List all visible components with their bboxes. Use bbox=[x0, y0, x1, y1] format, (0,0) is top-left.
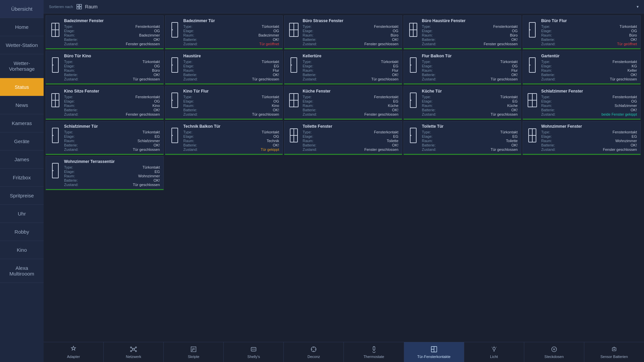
batterie-label: Batterie: bbox=[183, 143, 202, 147]
card-12[interactable]: Küche Fenster Type: Fensterkontakt Etage… bbox=[284, 86, 402, 120]
card-16[interactable]: Technik Balkon Tür Type: Türkontakt Etag… bbox=[165, 121, 283, 155]
etage-label: Etage: bbox=[64, 99, 83, 103]
raum-label: Raum: bbox=[541, 68, 559, 72]
svg-rect-2 bbox=[77, 7, 79, 9]
raum-label: Raum: bbox=[303, 104, 321, 108]
toolbar-label-adapter: Adapter bbox=[67, 355, 80, 359]
toolbar-btn-skripte[interactable]: Skripte bbox=[164, 342, 224, 362]
zustand-label: Zustand: bbox=[422, 147, 440, 152]
toolbar-btn-adapter[interactable]: Adapter bbox=[44, 342, 104, 362]
svg-point-27 bbox=[530, 65, 531, 66]
svg-point-32 bbox=[172, 100, 173, 101]
type-value-18: Türkontakt bbox=[500, 130, 518, 134]
toolbar-btn-netzwerk[interactable]: Netzwerk bbox=[104, 342, 164, 362]
svg-rect-3 bbox=[79, 7, 82, 9]
svg-point-59 bbox=[136, 347, 137, 348]
card-5[interactable]: Büro Tür Kino Type: Türkontakt Etage: OG… bbox=[46, 51, 164, 84]
sidebar-item-alexa[interactable]: Alexa Multirooom bbox=[0, 259, 44, 283]
raum-label: Raum: bbox=[422, 104, 440, 108]
card-10[interactable]: Kino Sitze Fenster Type: Fensterkontakt … bbox=[46, 86, 164, 120]
card-19[interactable]: Wohnzimmer Fenster Type: Fensterkontakt … bbox=[523, 121, 641, 155]
dropdown-arrow[interactable]: ▾ bbox=[637, 4, 639, 9]
sidebar-item-ubersicht[interactable]: Übersicht bbox=[0, 0, 44, 18]
card-15[interactable]: Schlafzimmer Tür Type: Türkontakt Etage:… bbox=[46, 121, 164, 155]
zustand-label: Zustand: bbox=[303, 77, 321, 81]
card-14[interactable]: Schlafzimmer Fenster Type: Fensterkontak… bbox=[523, 86, 641, 120]
zustand-value-4: Tür geöffnet bbox=[617, 42, 637, 46]
card-4[interactable]: Büro Tür Flur Type: Türkontakt Etage: OG… bbox=[523, 15, 641, 49]
batterie-value-4: OK! bbox=[631, 38, 637, 42]
zustand-label: Zustand: bbox=[64, 42, 83, 46]
card-icon-12 bbox=[288, 90, 300, 110]
sidebar-item-status[interactable]: Status bbox=[0, 78, 44, 96]
toolbar-btn-deconz[interactable]: Deconz bbox=[284, 342, 344, 362]
toolbar-btn-shellys[interactable]: Shelly's bbox=[224, 342, 284, 362]
card-icon-7 bbox=[288, 55, 300, 75]
sidebar-item-home[interactable]: Home bbox=[0, 18, 44, 36]
raum-value-15: Schlafzimmer bbox=[138, 139, 160, 143]
toolbar-btn-sensor-batterien[interactable]: Sensor Batterien bbox=[584, 342, 644, 362]
sidebar-item-fritzbox[interactable]: Fritzbox bbox=[0, 169, 44, 187]
toolbar-label-deconz: Deconz bbox=[308, 355, 320, 359]
card-9[interactable]: Gartentür Type: Fensterkontakt Etage: KG… bbox=[523, 51, 641, 84]
toolbar-btn-licht[interactable]: Licht bbox=[464, 342, 524, 362]
type-label: Type: bbox=[541, 60, 559, 64]
type-value-17: Fensterkontakt bbox=[374, 130, 398, 134]
card-icon-6 bbox=[169, 55, 181, 75]
card-8[interactable]: Flur Balkon Tür Type: Türkontakt Etage: … bbox=[404, 51, 522, 84]
sidebar-item-uhr[interactable]: Uhr bbox=[0, 205, 44, 223]
card-11[interactable]: Kino Tür Flur Type: Türkontakt Etage: OG… bbox=[165, 86, 283, 120]
sidebar-item-news[interactable]: News bbox=[0, 96, 44, 114]
card-13[interactable]: Küche Tür Type: Türkontakt Etage: EG Rau… bbox=[404, 86, 522, 120]
type-label: Type: bbox=[64, 165, 83, 169]
etage-value-4: OG bbox=[631, 29, 637, 33]
etage-label: Etage: bbox=[303, 29, 321, 33]
card-17[interactable]: Toilette Fenster Type: Fensterkontakt Et… bbox=[284, 121, 402, 155]
sort-value[interactable]: Raum bbox=[85, 4, 98, 9]
etage-label: Etage: bbox=[183, 29, 202, 33]
etage-label: Etage: bbox=[64, 134, 83, 138]
sidebar-item-wetter-station[interactable]: Wetter-Station bbox=[0, 36, 44, 54]
sidebar-item-james[interactable]: James bbox=[0, 150, 44, 169]
toolbar-btn-thermostate[interactable]: Thermostate bbox=[344, 342, 404, 362]
sidebar-item-kino[interactable]: Kino bbox=[0, 241, 44, 259]
batterie-label: Batterie: bbox=[64, 178, 83, 182]
zustand-label: Zustand: bbox=[541, 112, 559, 116]
raum-value-20: Wohnzimmer bbox=[138, 174, 160, 178]
raum-label: Raum: bbox=[64, 139, 83, 143]
card-icon-18 bbox=[407, 125, 419, 145]
sidebar-item-wetter-vorhersage[interactable]: Wetter- Vorhersage bbox=[0, 54, 44, 78]
sidebar-item-gerate[interactable]: Geräte bbox=[0, 132, 44, 150]
zustand-label: Zustand: bbox=[541, 77, 559, 81]
card-20[interactable]: Wohnzimmer Terrassentür Type: Türkontakt… bbox=[46, 156, 164, 190]
toolbar-btn-steckdosen[interactable]: Steckdosen bbox=[524, 342, 584, 362]
card-title-6: Haustüre bbox=[183, 54, 279, 58]
sidebar-item-kameras[interactable]: Kameras bbox=[0, 114, 44, 132]
etage-label: Etage: bbox=[541, 29, 559, 33]
card-info-14: Schlafzimmer Fenster Type: Fensterkontak… bbox=[541, 89, 637, 117]
svg-rect-77 bbox=[373, 347, 375, 350]
card-6[interactable]: Haustüre Type: Türkontakt Etage: EG Raum… bbox=[165, 51, 283, 84]
batterie-value-3: OK! bbox=[511, 38, 518, 42]
type-value-1: Türkontakt bbox=[262, 24, 279, 28]
etage-value-8: OG bbox=[512, 64, 518, 68]
svg-point-38 bbox=[410, 100, 411, 101]
svg-point-21 bbox=[172, 65, 173, 66]
card-1[interactable]: Badezimmer Tür Type: Türkontakt Etage: O… bbox=[165, 15, 283, 49]
card-0[interactable]: Badezimmer Fenster Type: Fensterkontakt … bbox=[46, 15, 164, 49]
card-info-18: Toilette Tür Type: Türkontakt Etage: EG … bbox=[422, 124, 518, 152]
sidebar-item-robby[interactable]: Robby bbox=[0, 223, 44, 241]
card-18[interactable]: Toilette Tür Type: Türkontakt Etage: EG … bbox=[404, 121, 522, 155]
type-label: Type: bbox=[541, 24, 559, 28]
batterie-value-19: OK! bbox=[631, 143, 637, 147]
svg-rect-1 bbox=[79, 4, 82, 6]
card-3[interactable]: Büro Haustüre Fenster Type: Fensterkonta… bbox=[404, 15, 522, 49]
card-title-20: Wohnzimmer Terrassentür bbox=[64, 159, 160, 164]
toolbar-btn-tur-fensterkontakte[interactable]: Tür-Fensterkontakte bbox=[404, 342, 464, 362]
type-label: Type: bbox=[303, 24, 321, 28]
type-value-19: Fensterkontakt bbox=[612, 130, 637, 134]
sidebar-item-spritpreise[interactable]: Spritpreise bbox=[0, 187, 44, 205]
batterie-label: Batterie: bbox=[541, 38, 559, 42]
card-2[interactable]: Büro Strasse Fenster Type: Fensterkontak… bbox=[284, 15, 402, 49]
card-7[interactable]: Kellertüre Type: Türkontakt Etage: EG Ra… bbox=[284, 51, 402, 84]
